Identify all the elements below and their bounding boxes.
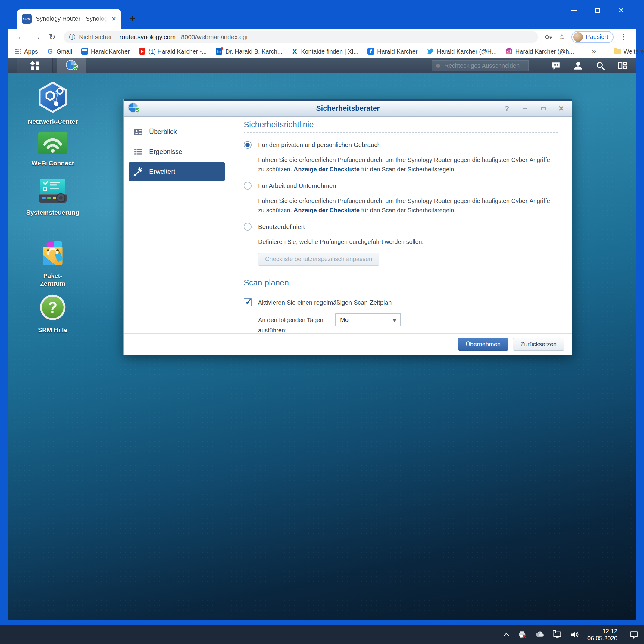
minimize-icon (523, 108, 527, 109)
folder-icon (614, 49, 621, 54)
toolbar-actions: ☆ Pausiert ⋮ (545, 31, 627, 43)
snip-ghost-label: Rechteckiges Ausschneiden (444, 62, 520, 69)
profile-button[interactable]: Pausiert (571, 31, 613, 43)
policy-option-description: Führen Sie die erforderlichen Prüfungen … (258, 155, 553, 174)
bookmark-facebook[interactable]: f Harald Karcher (368, 48, 418, 55)
onedrive-cloud-icon[interactable] (535, 630, 545, 639)
policy-option-private[interactable]: Für den privaten und persönlichen Gebrau… (244, 141, 558, 149)
search-icon[interactable] (596, 61, 605, 70)
apply-button[interactable]: Übernehmen (458, 338, 508, 351)
maximize-icon (595, 8, 600, 13)
custom-description: Definieren Sie, welche Prüfungen durchge… (258, 237, 553, 247)
dialog-help-button[interactable]: ? (503, 105, 511, 112)
radio-icon[interactable] (244, 182, 251, 190)
wifi-connect-icon (38, 132, 67, 154)
youtube-icon (139, 48, 145, 55)
new-tab-button[interactable]: + (129, 13, 135, 24)
desktop-icon-srm-hilfe[interactable]: ? SRM Hilfe (23, 294, 83, 334)
dialog-maximize-button[interactable] (540, 105, 547, 112)
security-advisor-icon (66, 60, 78, 72)
clock-date: 06.05.2020 (587, 635, 618, 642)
enable-schedule-checkbox-row[interactable]: ✓ Aktivieren Sie einen regelmäßigen Scan… (244, 298, 558, 306)
dialog-header[interactable]: Sicherheitsberater ? ✕ (124, 99, 572, 117)
sidebar-item-ueberblick[interactable]: Überblick (129, 123, 225, 141)
user-icon[interactable] (573, 61, 583, 70)
checklist-link[interactable]: Anzeige der Checkliste (294, 166, 360, 173)
profile-label: Pausiert (586, 33, 608, 40)
reset-button[interactable]: Zurücksetzen (513, 338, 564, 351)
desktop-icon-netzwerk-center[interactable]: Netzwerk-Center (23, 82, 83, 126)
bookmark-xing[interactable]: X Kontakte finden | XI... (291, 48, 359, 55)
maximize-icon (541, 107, 546, 110)
browser-tab[interactable]: SRM Synology Router - SynologyRoute ✕ (17, 9, 121, 29)
dialog-minimize-button[interactable] (521, 105, 529, 112)
sidebar-item-erweitert[interactable]: Erweitert (129, 162, 225, 181)
bookmark-label: Harald Karcher (377, 48, 418, 55)
svg-text:?: ? (48, 299, 57, 316)
bookmark-twitter[interactable]: Harald Karcher (@H... (427, 48, 497, 55)
security-label: Nicht sicher (79, 33, 112, 41)
tray-expand-chevron-icon[interactable] (503, 631, 510, 639)
radio-icon[interactable] (244, 223, 251, 231)
bookmark-instagram[interactable]: Harald Karcher (@h... (506, 48, 574, 55)
desktop-icon-systemsteuerung[interactable]: Systemsteuerung (23, 178, 83, 216)
sidebar-item-ergebnisse[interactable]: Ergebnisse (129, 142, 225, 161)
key-icon[interactable] (545, 33, 552, 41)
desktop-icon-wifi-connect[interactable]: Wi-Fi Connect (23, 132, 83, 167)
taskbar-divider (538, 61, 538, 71)
checklist-link[interactable]: Anzeige der Checkliste (294, 207, 360, 213)
back-icon[interactable]: ← (14, 32, 27, 42)
package-center-icon (38, 239, 67, 267)
bookmark-star-icon[interactable]: ☆ (558, 32, 565, 42)
dialog-close-button[interactable]: ✕ (558, 105, 565, 112)
system-clock[interactable]: 12:12 06.05.2020 (587, 627, 618, 642)
omnibox-divider (116, 33, 116, 41)
bookmark-label: Dr. Harald B. Karch... (225, 48, 282, 55)
srm-taskbar: Rechteckiges Ausschneiden (8, 58, 636, 73)
srm-security-advisor-taskbar-button[interactable] (57, 58, 86, 73)
widgets-icon[interactable] (618, 61, 627, 70)
bookmarks-overflow-icon[interactable]: » (592, 48, 596, 55)
forward-icon[interactable]: → (30, 32, 43, 42)
sidebar-item-label: Ergebnisse (149, 148, 182, 156)
address-bar[interactable]: ⓘ Nicht sicher router.synology.com:8000/… (64, 31, 538, 43)
schedule-days-row: An den folgenden Tagen ausführen: Mo (258, 313, 558, 333)
customize-checklist-button[interactable]: Checkliste benutzerspezifisch anpassen (258, 253, 379, 266)
policy-option-business[interactable]: Für Arbeit und Unternehmen (244, 182, 558, 190)
day-select-value: Mo (340, 316, 349, 323)
instagram-icon (506, 48, 512, 55)
security-advisor-icon (127, 102, 140, 115)
window-minimize-button[interactable] (570, 7, 578, 14)
bookmark-apps[interactable]: Apps (15, 48, 38, 55)
srm-main-menu-button[interactable] (17, 58, 53, 73)
checkbox-checked-icon[interactable]: ✓ (244, 298, 252, 306)
tab-close-icon[interactable]: ✕ (111, 15, 116, 23)
window-maximize-button[interactable] (594, 7, 602, 14)
day-select[interactable]: Mo (335, 313, 401, 326)
volume-icon[interactable] (570, 630, 580, 639)
printer-error-icon[interactable] (518, 630, 527, 639)
app-grid-icon (30, 61, 40, 71)
notifications-icon[interactable] (551, 61, 561, 70)
browser-menu-icon[interactable]: ⋮ (620, 32, 627, 42)
bookmark-linkedin[interactable]: in Dr. Harald B. Karch... (216, 48, 282, 55)
bookmark-youtube[interactable]: (1) Harald Karcher -... (139, 48, 207, 55)
bookmark-haraldkarcher[interactable]: HaraldKarcher (81, 48, 130, 55)
browser-toolbar: ← → ↻ ⓘ Nicht sicher router.synology.com… (8, 29, 636, 45)
twitter-icon (427, 48, 434, 55)
policy-option-custom[interactable]: Benutzerdefiniert (244, 223, 558, 231)
bookmark-label: Harald Karcher (@H... (437, 48, 497, 55)
network-icon[interactable] (552, 630, 562, 639)
action-center-icon[interactable] (630, 630, 639, 639)
security-advisor-dialog: Sicherheitsberater ? ✕ (123, 99, 572, 355)
other-bookmarks-button[interactable]: Weitere Lesezeichen (614, 48, 644, 55)
info-icon[interactable]: ⓘ (69, 33, 75, 41)
desktop-icon-paket-zentrum[interactable]: Paket-Zentrum (23, 239, 83, 288)
radio-selected-icon[interactable] (244, 141, 251, 149)
bookmark-gmail[interactable]: G Gmail (47, 48, 72, 55)
other-bookmarks-label: Weitere Lesezeichen (624, 48, 644, 55)
reload-icon[interactable]: ↻ (45, 32, 59, 42)
window-close-button[interactable]: ✕ (617, 7, 625, 14)
sidebar-item-label: Überblick (149, 128, 177, 136)
srm-page: Rechteckiges Ausschneiden (8, 58, 636, 620)
